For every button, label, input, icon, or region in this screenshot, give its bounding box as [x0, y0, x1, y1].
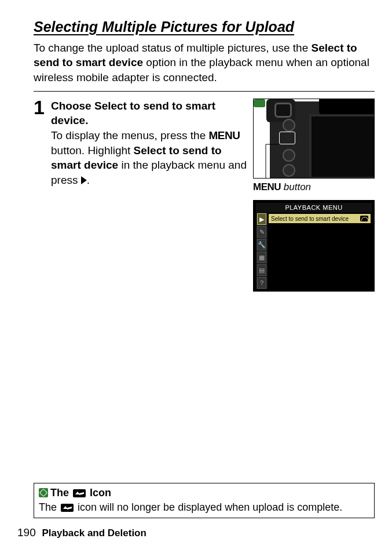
- section-heading: Selecting Multiple Pictures for Upload: [34, 17, 375, 37]
- note-body-pre: The: [39, 501, 60, 513]
- note-badge-icon: [39, 488, 48, 497]
- camera-menu-button-icon: [254, 99, 265, 107]
- figure-caption: MENU button: [253, 181, 375, 194]
- menu-label: MENU: [208, 129, 240, 141]
- page-number: 190: [17, 526, 36, 539]
- sidebar-icon: 🔧: [257, 239, 266, 250]
- intro-pre: To change the upload status of multiple …: [34, 42, 312, 54]
- menu-selected-label: Select to send to smart device: [271, 215, 349, 223]
- upload-icon: [61, 504, 74, 512]
- sidebar-playback-icon: ▶: [257, 213, 266, 225]
- step-body-pre: To display the menus, press the: [51, 129, 208, 141]
- note-body-post: icon will no longer be displayed when up…: [75, 501, 342, 513]
- sidebar-help-icon: ?: [257, 277, 266, 289]
- step-lead-post: .: [85, 114, 88, 126]
- note-title-post: Icon: [87, 487, 111, 499]
- step-number: 1: [34, 97, 51, 292]
- step-text: Choose Select to send to smart device. T…: [51, 99, 247, 292]
- step-body-end: .: [87, 174, 90, 186]
- step-body-mid: button. Highlight: [51, 144, 134, 157]
- note-title-pre: The: [50, 487, 72, 499]
- upload-icon: [360, 216, 368, 221]
- page-footer: 190 Playback and Deletion: [17, 525, 146, 540]
- intro-paragraph: To change the upload status of multiple …: [34, 41, 375, 85]
- sidebar-icon: ▦: [257, 252, 266, 263]
- section-name: Playback and Deletion: [42, 527, 146, 539]
- menu-screenshot: PLAYBACK MENU ▶ ✎ 🔧 ▦ ▤ ? Select to send…: [253, 200, 375, 292]
- step-lead-pre: Choose: [51, 100, 94, 112]
- note-body: The icon will no longer be displayed whe…: [39, 500, 369, 514]
- screen-title: PLAYBACK MENU: [256, 203, 372, 213]
- camera-illustration: [253, 99, 375, 179]
- divider: [34, 91, 375, 92]
- caption-rest: button: [281, 181, 311, 192]
- caption-menu-label: MENU: [253, 181, 281, 192]
- menu-selected-row: Select to send to smart device: [269, 214, 371, 223]
- upload-icon: [73, 489, 86, 497]
- note-title: The Icon: [39, 486, 369, 500]
- right-arrow-icon: [81, 174, 87, 186]
- screen-sidebar: ▶ ✎ 🔧 ▦ ▤ ?: [256, 213, 268, 289]
- sidebar-icon: ✎: [257, 226, 266, 238]
- note-box: The Icon The icon will no longer be disp…: [34, 483, 375, 518]
- sidebar-icon: ▤: [257, 264, 266, 276]
- step-1: 1 Choose Select to send to smart device.…: [34, 99, 375, 292]
